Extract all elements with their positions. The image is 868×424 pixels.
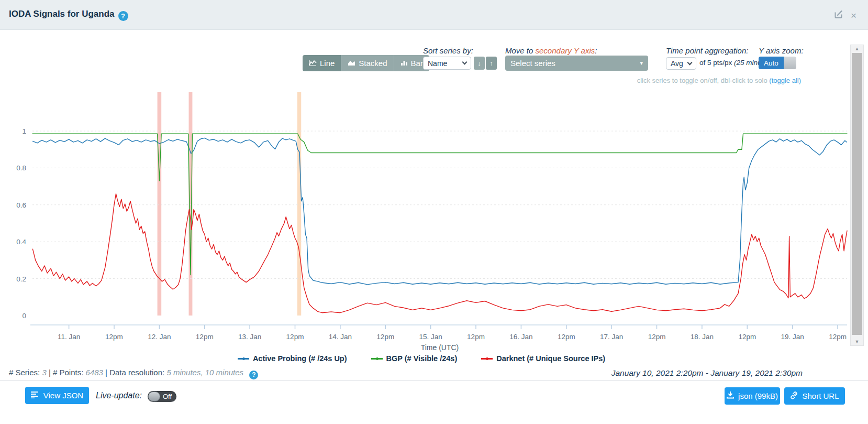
bar-chart-icon <box>400 59 408 68</box>
link-icon <box>790 392 798 401</box>
svg-text:12pm: 12pm <box>105 333 123 341</box>
sort-descending-button[interactable]: ↓ <box>474 57 485 70</box>
arrow-down-icon: ↓ <box>477 59 481 67</box>
svg-text:12pm: 12pm <box>376 333 394 341</box>
toggle-knob <box>148 392 160 401</box>
points-count-value: 6483 <box>86 368 103 377</box>
toggle-state: Off <box>163 393 172 400</box>
header-bar: IODA Signals for Uganda? × <box>0 0 868 30</box>
sort-series-select[interactable]: Name <box>423 57 471 70</box>
scroll-up-arrow[interactable]: ▲ <box>851 46 863 51</box>
series-line <box>33 138 847 285</box>
svg-text:15. Jan: 15. Jan <box>419 333 442 341</box>
legend-label: Active Probing (# /24s Up) <box>253 354 347 363</box>
svg-text:12pm: 12pm <box>648 333 666 341</box>
legend-item-active-probing[interactable]: Active Probing (# /24s Up) <box>238 354 347 363</box>
svg-text:12pm: 12pm <box>196 333 214 341</box>
svg-text:12pm: 12pm <box>467 333 485 341</box>
scrollbar-thumb[interactable] <box>852 53 862 335</box>
svg-text:0.6: 0.6 <box>16 201 26 209</box>
scroll-down-arrow[interactable]: ▼ <box>851 339 863 344</box>
aggregation-select[interactable]: Avg <box>666 57 696 70</box>
edit-icon[interactable] <box>833 9 843 21</box>
svg-text:0.2: 0.2 <box>16 275 26 283</box>
ioda-signals-widget: IODA Signals for Uganda? × Line Stacked … <box>0 0 868 424</box>
legend-marker <box>371 358 383 360</box>
svg-text:16. Jan: 16. Jan <box>509 333 532 341</box>
svg-text:0: 0 <box>22 312 26 320</box>
legend-label: BGP (# Visible /24s) <box>386 354 458 363</box>
chart-type-group: Line Stacked Bar <box>303 55 429 71</box>
svg-text:12pm: 12pm <box>558 333 575 341</box>
sort-ascending-button[interactable]: ↑ <box>486 57 497 70</box>
chart-type-line-button[interactable]: Line <box>303 55 341 71</box>
svg-text:17. Jan: 17. Jan <box>600 333 623 341</box>
line-chart-icon <box>309 59 317 68</box>
aggregation-label: Time point aggregation: <box>666 46 748 55</box>
caret-down-icon: ▾ <box>640 60 643 67</box>
signals-chart-svg[interactable]: 00.20.40.60.8111. Jan12pm12. Jan12pm13. … <box>0 89 868 352</box>
stats-bar: # Series: 3 | # Points: 6483 | Data reso… <box>9 368 258 379</box>
svg-text:12pm: 12pm <box>738 333 756 341</box>
yaxis-zoom-label: Y axis zoom: <box>759 46 804 55</box>
chart-type-stacked-button[interactable]: Stacked <box>341 55 394 71</box>
legend-label: Darknet (# Unique Source IPs) <box>496 354 605 363</box>
x-axis: 11. Jan12pm12. Jan12pm13. Jan12pm14. Jan… <box>30 325 847 352</box>
live-update-toggle[interactable]: Off <box>148 391 176 402</box>
toggle-all-link[interactable]: (toggle all) <box>769 77 801 84</box>
short-url-button[interactable]: Short URL <box>784 387 845 405</box>
series-line <box>32 134 847 275</box>
vertical-scrollbar[interactable]: ▲ ▼ <box>850 45 864 346</box>
series-count-value: 3 <box>42 368 46 377</box>
svg-text:13. Jan: 13. Jan <box>238 333 261 341</box>
toggle-knob <box>784 57 796 69</box>
svg-text:12pm: 12pm <box>829 333 847 341</box>
data-resolution-value: 5 minutes, 10 minutes <box>166 368 243 377</box>
chevron-down-icon <box>462 60 468 65</box>
sort-series-label: Sort series by: <box>423 46 473 55</box>
close-icon[interactable]: × <box>851 10 856 20</box>
svg-text:18. Jan: 18. Jan <box>691 333 714 341</box>
download-icon <box>727 392 734 400</box>
series-count-label: # Series: <box>9 368 40 377</box>
legend-item-darknet[interactable]: Darknet (# Unique Source IPs) <box>481 354 605 363</box>
svg-text:14. Jan: 14. Jan <box>329 333 352 341</box>
chevron-down-icon <box>687 60 693 65</box>
y-axis-labels: 00.20.40.60.81 <box>16 127 26 320</box>
series-hint: click series to toggle on/off, dbl-click… <box>637 77 801 84</box>
legend-marker <box>481 358 493 360</box>
stacked-chart-icon <box>348 59 355 68</box>
svg-text:12pm: 12pm <box>286 333 304 341</box>
view-json-button[interactable]: View JSON <box>25 387 89 404</box>
select-series-dropdown[interactable]: Select series ▾ <box>505 56 648 71</box>
download-json-button[interactable]: json (99kB) <box>725 387 780 405</box>
svg-text:12. Jan: 12. Jan <box>148 333 171 341</box>
series-line <box>33 194 848 313</box>
yaxis-zoom-toggle[interactable]: Auto <box>759 57 796 69</box>
x-axis-title: Time (UTC) <box>421 343 459 352</box>
svg-text:11. Jan: 11. Jan <box>58 333 80 341</box>
legend-item-bgp[interactable]: BGP (# Visible /24s) <box>371 354 458 363</box>
list-icon <box>31 391 39 400</box>
footer-divider <box>0 380 868 381</box>
page-title: IODA Signals for Uganda? <box>9 9 128 21</box>
svg-text:0.8: 0.8 <box>16 164 26 172</box>
svg-text:1: 1 <box>22 127 26 135</box>
gridlines <box>32 131 847 279</box>
svg-text:0.4: 0.4 <box>16 238 26 246</box>
title-help-icon[interactable]: ? <box>118 11 128 21</box>
stats-help-icon[interactable]: ? <box>249 371 258 379</box>
svg-text:19. Jan: 19. Jan <box>781 333 804 341</box>
legend-marker <box>238 358 249 360</box>
date-range: January 10, 2021 2:20pm - January 19, 20… <box>611 368 803 378</box>
move-secondary-axis-label: Move to secondary Y axis: <box>505 46 597 55</box>
chart-legend: Active Probing (# /24s Up) BGP (# Visibl… <box>0 354 843 363</box>
live-update-label: Live-update: <box>96 391 142 400</box>
points-count-label: # Points: <box>53 368 83 377</box>
arrow-up-icon: ↑ <box>489 59 493 67</box>
data-resolution-label: Data resolution: <box>109 368 164 377</box>
